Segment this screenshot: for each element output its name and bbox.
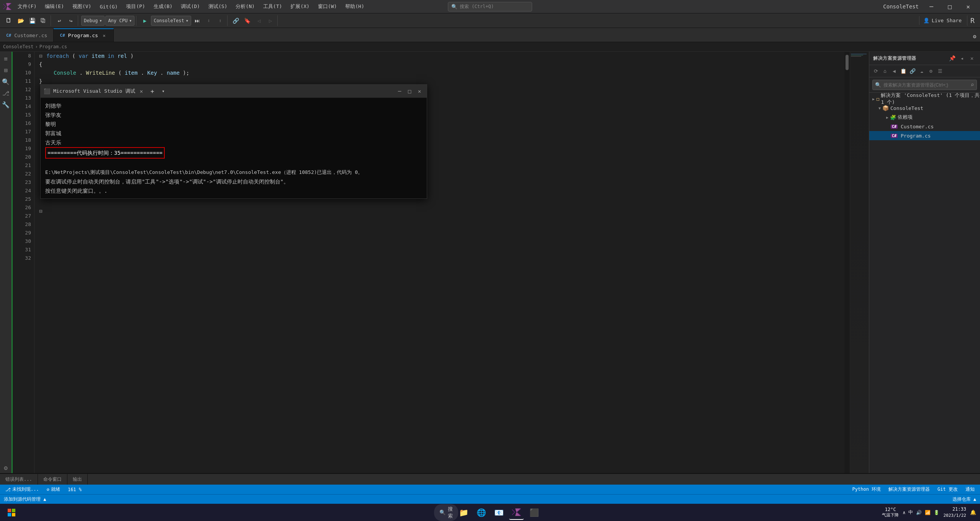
- punct-space: (: [72, 53, 75, 59]
- toolbar-step-over-btn[interactable]: ⏭: [192, 15, 203, 26]
- platform-dropdown[interactable]: Any CPU ▾: [105, 16, 134, 26]
- toolbar-attach-btn[interactable]: 🔗: [231, 15, 241, 26]
- solution-search-input[interactable]: [883, 82, 968, 88]
- panel-pin-button[interactable]: 📌: [948, 54, 956, 62]
- toolbar-redo-btn[interactable]: ↪: [66, 15, 76, 26]
- taskbar-terminal-icon[interactable]: ⬛: [527, 505, 541, 520]
- menu-file[interactable]: 文件(F): [14, 2, 40, 11]
- menu-debug[interactable]: 调试(D): [177, 2, 203, 11]
- panel-close-button[interactable]: ✕: [968, 54, 976, 62]
- menu-tools[interactable]: 工具(T): [259, 2, 286, 11]
- menu-help[interactable]: 帮助(H): [341, 2, 368, 11]
- status-solution-explorer-item[interactable]: 解决方案资源管理器: [887, 486, 931, 493]
- bottom-tab-output[interactable]: 输出: [67, 473, 88, 485]
- taskbar-vs-icon[interactable]: [509, 505, 524, 520]
- toolbar-save-btn[interactable]: 💾: [27, 15, 38, 26]
- tray-icon-3[interactable]: 🔊: [916, 510, 922, 515]
- clock-display[interactable]: 21:33 2023/1/22: [943, 506, 966, 518]
- tray-icon-4[interactable]: 📶: [925, 510, 931, 515]
- status-zoom-item[interactable]: 161 %: [66, 487, 83, 492]
- tray-icon-1[interactable]: ∧: [903, 510, 905, 515]
- sidebar-icon-bottom[interactable]: ⚙: [0, 462, 11, 473]
- rp-btn-5[interactable]: 🔗: [908, 67, 917, 75]
- file-program-cs-item[interactable]: C# Program.cs: [869, 131, 980, 140]
- tab-close-button[interactable]: ✕: [101, 33, 107, 39]
- taskbar-mail-icon[interactable]: 📧: [492, 505, 506, 520]
- tray-icon-5[interactable]: 🔋: [934, 510, 939, 515]
- rp-btn-4[interactable]: 📋: [899, 67, 908, 75]
- status-git-changes-item[interactable]: Git 更改: [936, 486, 959, 493]
- toolbar-account-btn[interactable]: R: [967, 15, 978, 26]
- menu-test[interactable]: 测试(S): [205, 2, 231, 11]
- run-btn[interactable]: ▶: [139, 15, 150, 26]
- tab-customer-cs[interactable]: C# Customer.cs: [0, 28, 54, 42]
- menu-git[interactable]: Git(G): [96, 2, 121, 11]
- taskbar-browser-icon[interactable]: 🌐: [474, 505, 488, 520]
- live-share-button[interactable]: 👤 Live Share: [919, 16, 965, 25]
- fold-icon-2[interactable]: ⊟: [39, 208, 42, 214]
- fold-icon[interactable]: ⊟: [39, 53, 42, 59]
- taskbar-files-icon[interactable]: 📁: [456, 505, 471, 520]
- terminal-maximize-button[interactable]: □: [405, 87, 414, 95]
- menu-analyze[interactable]: 分析(N): [232, 2, 258, 11]
- status-git-item[interactable]: ⎇ 未找到现...: [4, 486, 41, 493]
- rp-btn-3[interactable]: ◀: [890, 67, 898, 75]
- solution-search-box[interactable]: 🔍 ⌕: [872, 80, 977, 90]
- rp-btn-7[interactable]: ⚙: [927, 67, 935, 75]
- bottom-tab-errors[interactable]: 错误列表...: [0, 473, 38, 485]
- sidebar-icon-4[interactable]: ⎇: [0, 88, 11, 98]
- start-button[interactable]: [4, 505, 19, 520]
- rp-btn-6[interactable]: ☁: [918, 67, 926, 75]
- scrollbar-thumb[interactable]: [846, 55, 849, 70]
- title-search-box[interactable]: 🔍 搜索 (Ctrl+Q): [448, 2, 532, 11]
- status-python-item[interactable]: Python 环境: [851, 486, 883, 493]
- file-customer-cs-item[interactable]: C# Customer.cs: [869, 122, 980, 131]
- tab-program-cs[interactable]: C# Program.cs ✕: [54, 28, 114, 42]
- rp-btn-2[interactable]: ⌂: [881, 67, 889, 75]
- maximize-button[interactable]: □: [941, 0, 959, 13]
- weather-display[interactable]: 12°C 气温下降: [882, 507, 899, 518]
- toolbar-undo-btn[interactable]: ↩: [54, 15, 65, 26]
- menu-window[interactable]: 窗口(W): [314, 2, 341, 11]
- toolbar-bookmark-btn[interactable]: 🔖: [242, 15, 253, 26]
- terminal-close-icon[interactable]: ✕: [138, 88, 144, 94]
- close-button[interactable]: ✕: [959, 0, 977, 13]
- toolbar-open-btn[interactable]: 📂: [15, 15, 26, 26]
- sidebar-icon-5[interactable]: 🔧: [0, 99, 11, 110]
- menu-project[interactable]: 项目(P): [122, 2, 149, 11]
- editor-scrollbar[interactable]: [844, 52, 850, 473]
- rp-btn-8[interactable]: ☰: [936, 67, 944, 75]
- menu-build[interactable]: 生成(B): [150, 2, 176, 11]
- tab-settings-btn[interactable]: ⚙: [969, 31, 980, 42]
- tray-icon-2[interactable]: 中: [908, 509, 913, 516]
- debug-config-dropdown[interactable]: Debug ▾: [81, 16, 105, 26]
- panel-arrow-button[interactable]: ◂: [958, 54, 966, 62]
- menu-edit[interactable]: 编辑(E): [41, 2, 67, 11]
- git-changes-label: Git 更改: [937, 486, 958, 493]
- select-repo-label[interactable]: 选择仓库 ▲: [952, 496, 976, 503]
- sidebar-icon-2[interactable]: ⊞: [0, 65, 11, 75]
- terminal-close-button[interactable]: ✕: [415, 87, 424, 95]
- notification-icon[interactable]: 🔔: [970, 510, 976, 515]
- line-num-30: 30: [13, 237, 31, 246]
- status-notifications-item[interactable]: 通知: [964, 486, 976, 493]
- bottom-tab-command[interactable]: 命令窗口: [38, 473, 67, 485]
- rp-btn-1[interactable]: ⟳: [872, 67, 880, 75]
- menu-extensions[interactable]: 扩展(X): [287, 2, 313, 11]
- toolbar-saveall-btn[interactable]: [38, 15, 49, 26]
- sidebar-icon-3[interactable]: 🔍: [0, 76, 11, 87]
- menu-view[interactable]: 视图(V): [69, 2, 95, 11]
- taskbar-search-icon[interactable]: 🔍 搜索: [439, 505, 453, 520]
- terminal-minimize-button[interactable]: ─: [395, 87, 404, 95]
- solution-root-item[interactable]: ▶ ◻ 解决方案 'ConsoleTest' (1 个项目，共 1 个): [869, 94, 980, 103]
- terminal-dropdown-button[interactable]: ▾: [160, 88, 166, 94]
- status-errors-item[interactable]: ⊘ 就绪: [45, 486, 62, 493]
- toolbar-new-btn[interactable]: [4, 15, 15, 26]
- sidebar-icon-1[interactable]: ≡: [0, 53, 11, 64]
- minimize-button[interactable]: ─: [923, 0, 940, 13]
- add-source-label[interactable]: 添加到源代码管理 ▲: [4, 496, 46, 503]
- terminal-add-button[interactable]: +: [147, 88, 157, 95]
- dependencies-item[interactable]: ▶ 🧩 依赖项: [869, 113, 980, 122]
- code-editor[interactable]: ⊟ foreach ( var item in rel ) { Console …: [34, 52, 844, 473]
- run-target-dropdown[interactable]: ConsoleTest ▾: [151, 16, 191, 26]
